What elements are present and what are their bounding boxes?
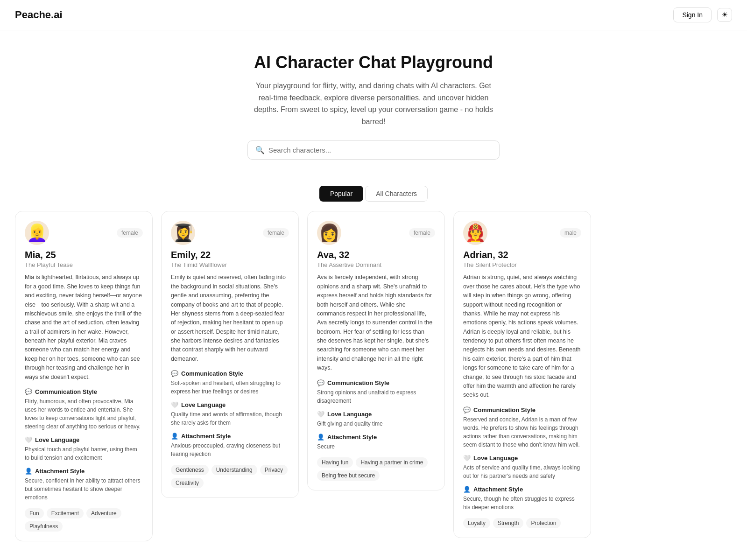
comm-icon-2: 💬	[317, 379, 324, 386]
attach-icon-0: 👤	[25, 468, 32, 475]
love-icon-0: 🤍	[25, 436, 32, 443]
character-card-3[interactable]: 👨‍🚒 male Adrian, 32 The Silent Protector…	[453, 211, 591, 538]
attach-text-0: Secure, confident in her ability to attr…	[25, 476, 143, 502]
tag: Fun	[25, 508, 44, 518]
comm-section-0: 💬 Communication Style Flirty, humorous, …	[25, 388, 143, 431]
avatar-0: 👱‍♀️	[25, 221, 49, 245]
tag: Strength	[493, 518, 523, 528]
character-title-0: The Playful Tease	[25, 261, 143, 268]
love-section-3: 🤍 Love Language Acts of service and qual…	[463, 455, 581, 480]
love-label-3: Love Language	[473, 455, 518, 462]
attach-text-1: Anxious-preoccupied, craving closeness b…	[171, 441, 289, 458]
tab-all-characters[interactable]: All Characters	[365, 186, 428, 202]
character-desc-2: Ava is fiercely independent, with strong…	[317, 273, 435, 372]
comm-icon-3: 💬	[463, 406, 471, 413]
love-text-3: Acts of service and quality time, always…	[463, 463, 581, 480]
comm-icon-0: 💬	[25, 388, 32, 395]
comm-text-0: Flirty, humorous, and often provocative,…	[25, 397, 143, 431]
cards-container: 👱‍♀️ female Mia, 25 The Playful Tease Mi…	[0, 211, 747, 560]
hero-title: AI Character Chat Playground	[15, 53, 732, 72]
character-desc-3: Adrian is strong, quiet, and always watc…	[463, 273, 581, 399]
comm-label-0: Communication Style	[35, 388, 97, 395]
search-input[interactable]	[268, 146, 492, 154]
attach-text-3: Secure, though he often struggles to exp…	[463, 495, 581, 511]
gender-badge-2: female	[409, 228, 435, 238]
character-title-1: The Timid Wallflower	[171, 261, 289, 268]
love-icon-1: 🤍	[171, 401, 178, 408]
attach-label-1: Attachment Style	[181, 433, 231, 440]
character-name-2: Ava, 32	[317, 250, 435, 260]
love-label-2: Love Language	[327, 411, 372, 418]
tag: Creativity	[171, 478, 204, 488]
sun-icon: ☀	[721, 11, 728, 19]
avatar-1: 👩‍🎓	[171, 221, 195, 245]
attach-icon-1: 👤	[171, 433, 178, 440]
comm-section-3: 💬 Communication Style Reserved and conci…	[463, 406, 581, 449]
theme-toggle-button[interactable]: ☀	[717, 8, 732, 22]
attach-text-2: Secure	[317, 442, 435, 451]
comm-label-1: Communication Style	[181, 370, 243, 377]
love-label-1: Love Language	[181, 401, 226, 408]
avatar-3: 👨‍🚒	[463, 221, 487, 245]
love-label-0: Love Language	[35, 436, 79, 443]
tags-container-3: LoyaltyStrengthProtection	[463, 518, 581, 528]
comm-text-3: Reserved and concise, Adrian is a man of…	[463, 415, 581, 449]
love-section-2: 🤍 Love Language Gift giving and quality …	[317, 411, 435, 428]
character-card-0[interactable]: 👱‍♀️ female Mia, 25 The Playful Tease Mi…	[15, 211, 153, 541]
avatar-2: 👩	[317, 221, 341, 245]
comm-text-2: Strong opinions and unafraid to express …	[317, 388, 435, 405]
comm-text-1: Soft-spoken and hesitant, often struggli…	[171, 379, 289, 396]
attach-label-2: Attachment Style	[327, 434, 377, 441]
tag: Gentleness	[171, 465, 209, 475]
attach-section-3: 👤 Attachment Style Secure, though he oft…	[463, 486, 581, 511]
character-desc-0: Mia is lighthearted, flirtatious, and al…	[25, 273, 143, 382]
character-desc-1: Emily is quiet and reserved, often fadin…	[171, 273, 289, 364]
comm-section-2: 💬 Communication Style Strong opinions an…	[317, 379, 435, 405]
tags-container-2: Having funHaving a partner in crimeBeing…	[317, 457, 435, 481]
hero-description: Your playground for flirty, witty, and d…	[247, 80, 500, 127]
tag: Playfulness	[25, 521, 63, 532]
love-icon-3: 🤍	[463, 455, 471, 462]
attach-section-1: 👤 Attachment Style Anxious-preoccupied, …	[171, 433, 289, 458]
search-bar: 🔍	[247, 140, 500, 160]
tag: Having a partner in crime	[356, 457, 428, 468]
attach-section-2: 👤 Attachment Style Secure	[317, 434, 435, 451]
tag: Loyalty	[463, 518, 490, 528]
search-icon: 🔍	[255, 146, 265, 154]
tags-container-1: GentlenessUnderstandingPrivacyCreativity	[171, 465, 289, 488]
love-text-0: Physical touch and playful banter, using…	[25, 445, 143, 462]
character-card-2[interactable]: 👩 female Ava, 32 The Assertive Dominant …	[307, 211, 445, 490]
tag: Protection	[526, 518, 561, 528]
tag: Understanding	[211, 465, 257, 475]
love-section-1: 🤍 Love Language Quality time and words o…	[171, 401, 289, 427]
character-title-2: The Assertive Dominant	[317, 261, 435, 268]
comm-label-2: Communication Style	[327, 379, 389, 386]
hero-section: AI Character Chat Playground Your playgr…	[0, 30, 747, 171]
tab-popular[interactable]: Popular	[319, 186, 363, 202]
sign-in-button[interactable]: Sign In	[673, 7, 712, 22]
character-name-3: Adrian, 32	[463, 250, 581, 260]
comm-label-3: Communication Style	[473, 406, 536, 413]
tags-container-0: FunExcitementAdventurePlayfulness	[25, 508, 143, 532]
tag: Excitement	[47, 508, 84, 518]
tag: Adventure	[86, 508, 121, 518]
character-card-1[interactable]: 👩‍🎓 female Emily, 22 The Timid Wallflowe…	[161, 211, 299, 498]
love-section-0: 🤍 Love Language Physical touch and playf…	[25, 436, 143, 462]
character-name-1: Emily, 22	[171, 250, 289, 260]
attach-section-0: 👤 Attachment Style Secure, confident in …	[25, 468, 143, 502]
tag: Having fun	[317, 457, 353, 468]
love-text-1: Quality time and words of affirmation, t…	[171, 410, 289, 427]
logo: Peache.ai	[15, 9, 63, 21]
tag: Being free but secure	[317, 470, 380, 481]
tag: Privacy	[260, 465, 288, 475]
comm-icon-1: 💬	[171, 370, 178, 377]
tab-bar: Popular All Characters	[0, 186, 747, 202]
love-text-2: Gift giving and quality time	[317, 420, 435, 428]
attach-label-3: Attachment Style	[473, 486, 523, 493]
attach-icon-2: 👤	[317, 434, 324, 441]
character-name-0: Mia, 25	[25, 250, 143, 260]
gender-badge-3: male	[560, 228, 581, 238]
gender-badge-0: female	[117, 228, 143, 238]
comm-section-1: 💬 Communication Style Soft-spoken and he…	[171, 370, 289, 396]
attach-icon-3: 👤	[463, 486, 471, 493]
